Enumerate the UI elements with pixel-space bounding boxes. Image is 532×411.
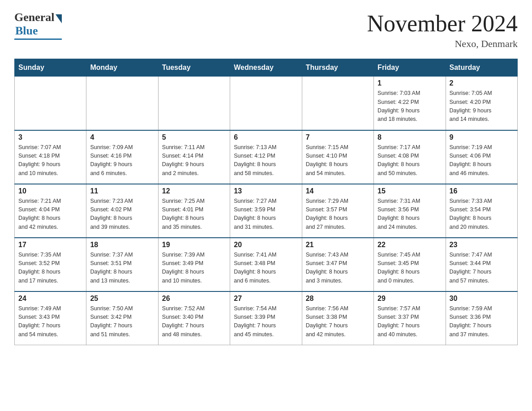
- calendar-table: SundayMondayTuesdayWednesdayThursdayFrid…: [14, 59, 518, 345]
- day-number: 8: [378, 133, 442, 141]
- day-number: 3: [18, 133, 82, 141]
- header-wednesday: Wednesday: [230, 59, 302, 77]
- day-info: Sunrise: 7:27 AMSunset: 3:59 PMDaylight:…: [234, 197, 298, 232]
- calendar-cell: 27Sunrise: 7:54 AMSunset: 3:39 PMDayligh…: [230, 291, 302, 345]
- day-number: 19: [162, 241, 226, 249]
- day-info: Sunrise: 7:11 AMSunset: 4:14 PMDaylight:…: [162, 143, 226, 178]
- calendar-cell: 20Sunrise: 7:41 AMSunset: 3:48 PMDayligh…: [230, 238, 302, 291]
- day-info: Sunrise: 7:25 AMSunset: 4:01 PMDaylight:…: [162, 197, 226, 232]
- day-info: Sunrise: 7:47 AMSunset: 3:44 PMDaylight:…: [450, 251, 514, 286]
- day-number: 6: [234, 133, 298, 141]
- calendar-cell: 16Sunrise: 7:33 AMSunset: 3:54 PMDayligh…: [446, 184, 517, 238]
- calendar-cell: 24Sunrise: 7:49 AMSunset: 3:43 PMDayligh…: [15, 291, 86, 345]
- calendar-cell: 9Sunrise: 7:19 AMSunset: 4:06 PMDaylight…: [446, 130, 517, 184]
- day-number: 27: [234, 295, 298, 303]
- page-header: General Blue November 2024 Nexo, Denmark: [14, 11, 518, 50]
- day-info: Sunrise: 7:31 AMSunset: 3:56 PMDaylight:…: [378, 197, 442, 232]
- calendar-cell: 3Sunrise: 7:07 AMSunset: 4:18 PMDaylight…: [15, 130, 86, 184]
- calendar-cell: [15, 77, 86, 130]
- day-info: Sunrise: 7:59 AMSunset: 3:36 PMDaylight:…: [450, 304, 514, 339]
- day-info: Sunrise: 7:29 AMSunset: 3:57 PMDaylight:…: [306, 197, 370, 232]
- day-number: 24: [18, 295, 82, 303]
- calendar-cell: 15Sunrise: 7:31 AMSunset: 3:56 PMDayligh…: [374, 184, 446, 238]
- calendar-week-1: 1Sunrise: 7:03 AMSunset: 4:22 PMDaylight…: [15, 77, 518, 130]
- day-number: 13: [234, 187, 298, 195]
- day-info: Sunrise: 7:03 AMSunset: 4:22 PMDaylight:…: [378, 89, 442, 124]
- calendar-cell: [230, 77, 302, 130]
- calendar-cell: 26Sunrise: 7:52 AMSunset: 3:40 PMDayligh…: [158, 291, 230, 345]
- day-number: 29: [378, 295, 442, 303]
- calendar-cell: 5Sunrise: 7:11 AMSunset: 4:14 PMDaylight…: [158, 130, 230, 184]
- calendar-cell: 30Sunrise: 7:59 AMSunset: 3:36 PMDayligh…: [446, 291, 517, 345]
- day-info: Sunrise: 7:43 AMSunset: 3:47 PMDaylight:…: [306, 251, 370, 286]
- calendar-cell: 13Sunrise: 7:27 AMSunset: 3:59 PMDayligh…: [230, 184, 302, 238]
- calendar-week-3: 10Sunrise: 7:21 AMSunset: 4:04 PMDayligh…: [15, 184, 518, 238]
- calendar-week-2: 3Sunrise: 7:07 AMSunset: 4:18 PMDaylight…: [15, 130, 518, 184]
- calendar-header-row: SundayMondayTuesdayWednesdayThursdayFrid…: [15, 59, 518, 77]
- header-saturday: Saturday: [446, 59, 517, 77]
- calendar-week-5: 24Sunrise: 7:49 AMSunset: 3:43 PMDayligh…: [15, 291, 518, 345]
- day-info: Sunrise: 7:52 AMSunset: 3:40 PMDaylight:…: [162, 304, 226, 339]
- header-sunday: Sunday: [15, 59, 86, 77]
- day-number: 23: [450, 241, 514, 249]
- day-number: 12: [162, 187, 226, 195]
- day-info: Sunrise: 7:39 AMSunset: 3:49 PMDaylight:…: [162, 251, 226, 286]
- day-number: 10: [18, 187, 82, 195]
- calendar-cell: 14Sunrise: 7:29 AMSunset: 3:57 PMDayligh…: [302, 184, 373, 238]
- day-info: Sunrise: 7:15 AMSunset: 4:10 PMDaylight:…: [306, 143, 370, 178]
- day-info: Sunrise: 7:07 AMSunset: 4:18 PMDaylight:…: [18, 143, 82, 178]
- calendar-cell: 28Sunrise: 7:56 AMSunset: 3:38 PMDayligh…: [302, 291, 373, 345]
- day-info: Sunrise: 7:19 AMSunset: 4:06 PMDaylight:…: [450, 143, 514, 178]
- calendar-cell: 25Sunrise: 7:50 AMSunset: 3:42 PMDayligh…: [86, 291, 158, 345]
- day-number: 25: [90, 295, 154, 303]
- calendar-cell: 19Sunrise: 7:39 AMSunset: 3:49 PMDayligh…: [158, 238, 230, 291]
- day-number: 14: [306, 187, 370, 195]
- day-number: 17: [18, 241, 82, 249]
- calendar-cell: 4Sunrise: 7:09 AMSunset: 4:16 PMDaylight…: [86, 130, 158, 184]
- calendar-cell: 18Sunrise: 7:37 AMSunset: 3:51 PMDayligh…: [86, 238, 158, 291]
- day-info: Sunrise: 7:54 AMSunset: 3:39 PMDaylight:…: [234, 304, 298, 339]
- logo-arrow-icon: [56, 14, 62, 23]
- calendar-cell: 23Sunrise: 7:47 AMSunset: 3:44 PMDayligh…: [446, 238, 517, 291]
- month-title: November 2024: [367, 11, 518, 36]
- day-info: Sunrise: 7:37 AMSunset: 3:51 PMDaylight:…: [90, 251, 154, 286]
- day-info: Sunrise: 7:35 AMSunset: 3:52 PMDaylight:…: [18, 251, 82, 286]
- day-info: Sunrise: 7:05 AMSunset: 4:20 PMDaylight:…: [450, 89, 514, 124]
- header-friday: Friday: [374, 59, 446, 77]
- header-monday: Monday: [86, 59, 158, 77]
- day-number: 11: [90, 187, 154, 195]
- calendar-cell: 29Sunrise: 7:57 AMSunset: 3:37 PMDayligh…: [374, 291, 446, 345]
- logo-underline: [14, 39, 62, 40]
- day-info: Sunrise: 7:41 AMSunset: 3:48 PMDaylight:…: [234, 251, 298, 286]
- day-number: 18: [90, 241, 154, 249]
- calendar-cell: 10Sunrise: 7:21 AMSunset: 4:04 PMDayligh…: [15, 184, 86, 238]
- day-number: 9: [450, 133, 514, 141]
- logo-general-text: General: [14, 11, 55, 24]
- day-info: Sunrise: 7:09 AMSunset: 4:16 PMDaylight:…: [90, 143, 154, 178]
- day-info: Sunrise: 7:45 AMSunset: 3:45 PMDaylight:…: [378, 251, 442, 286]
- calendar-cell: 2Sunrise: 7:05 AMSunset: 4:20 PMDaylight…: [446, 77, 517, 130]
- calendar-week-4: 17Sunrise: 7:35 AMSunset: 3:52 PMDayligh…: [15, 238, 518, 291]
- day-number: 22: [378, 241, 442, 249]
- calendar-cell: 22Sunrise: 7:45 AMSunset: 3:45 PMDayligh…: [374, 238, 446, 291]
- calendar-cell: 17Sunrise: 7:35 AMSunset: 3:52 PMDayligh…: [15, 238, 86, 291]
- day-number: 21: [306, 241, 370, 249]
- calendar-cell: 11Sunrise: 7:23 AMSunset: 4:02 PMDayligh…: [86, 184, 158, 238]
- calendar-cell: 7Sunrise: 7:15 AMSunset: 4:10 PMDaylight…: [302, 130, 373, 184]
- day-number: 20: [234, 241, 298, 249]
- day-number: 1: [378, 79, 442, 87]
- location-text: Nexo, Denmark: [367, 38, 518, 50]
- calendar-cell: 6Sunrise: 7:13 AMSunset: 4:12 PMDaylight…: [230, 130, 302, 184]
- day-number: 15: [378, 187, 442, 195]
- calendar-cell: [302, 77, 373, 130]
- calendar-cell: 8Sunrise: 7:17 AMSunset: 4:08 PMDaylight…: [374, 130, 446, 184]
- day-info: Sunrise: 7:50 AMSunset: 3:42 PMDaylight:…: [90, 304, 154, 339]
- calendar-cell: 1Sunrise: 7:03 AMSunset: 4:22 PMDaylight…: [374, 77, 446, 130]
- day-number: 2: [450, 79, 514, 87]
- day-number: 16: [450, 187, 514, 195]
- day-info: Sunrise: 7:49 AMSunset: 3:43 PMDaylight:…: [18, 304, 82, 339]
- day-info: Sunrise: 7:23 AMSunset: 4:02 PMDaylight:…: [90, 197, 154, 232]
- day-info: Sunrise: 7:56 AMSunset: 3:38 PMDaylight:…: [306, 304, 370, 339]
- day-number: 30: [450, 295, 514, 303]
- day-info: Sunrise: 7:17 AMSunset: 4:08 PMDaylight:…: [378, 143, 442, 178]
